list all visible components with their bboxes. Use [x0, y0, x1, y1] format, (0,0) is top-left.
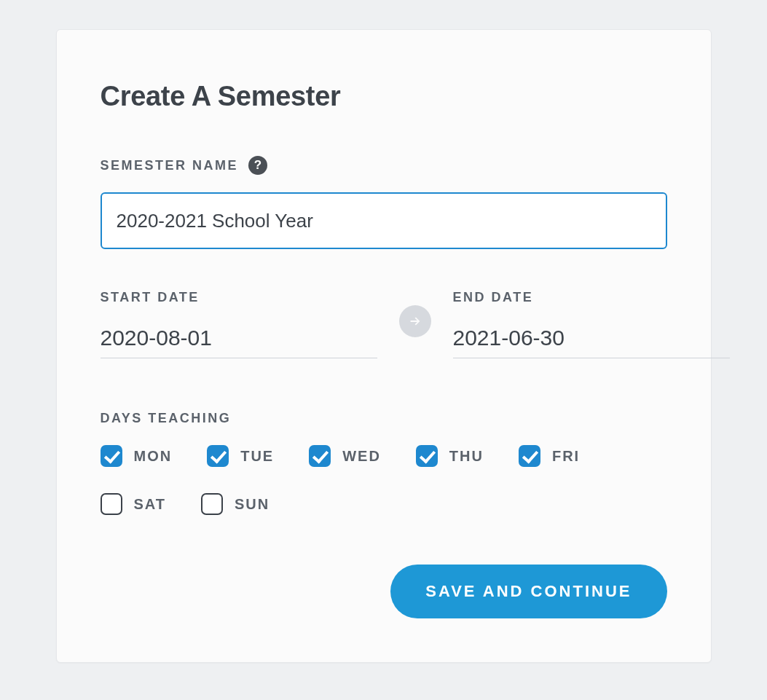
start-date-input[interactable]: [101, 305, 377, 358]
dates-row: START DATE END DATE: [101, 290, 667, 358]
end-date-field: END DATE: [453, 290, 730, 358]
checkbox-icon[interactable]: [416, 445, 438, 467]
semester-name-input[interactable]: [101, 192, 667, 249]
help-icon[interactable]: ?: [248, 156, 267, 175]
semester-name-label: SEMESTER NAME: [101, 158, 239, 173]
checkbox-icon[interactable]: [309, 445, 331, 467]
start-date-field: START DATE: [101, 290, 377, 358]
checkbox-icon[interactable]: [101, 445, 122, 467]
semester-name-field: SEMESTER NAME ?: [101, 156, 667, 249]
day-checkbox-mon[interactable]: MON: [101, 445, 173, 467]
day-checkbox-tue[interactable]: TUE: [207, 445, 274, 467]
days-teaching-section: DAYS TEACHING MONTUEWEDTHUFRISATSUN: [101, 411, 667, 515]
day-label: FRI: [552, 448, 580, 465]
day-label: WED: [342, 448, 381, 465]
day-checkbox-thu[interactable]: THU: [416, 445, 484, 467]
day-checkbox-sat[interactable]: SAT: [101, 493, 167, 515]
day-checkbox-wed[interactable]: WED: [309, 445, 381, 467]
day-label: MON: [134, 448, 173, 465]
day-label: THU: [449, 448, 484, 465]
page-title: Create A Semester: [101, 81, 667, 112]
actions-row: SAVE AND CONTINUE: [101, 565, 667, 618]
days-teaching-label: DAYS TEACHING: [101, 411, 232, 425]
checkbox-icon[interactable]: [519, 445, 540, 467]
arrow-right-icon: [399, 305, 431, 337]
checkbox-icon[interactable]: [101, 493, 122, 515]
day-checkbox-sun[interactable]: SUN: [201, 493, 270, 515]
save-and-continue-button[interactable]: SAVE AND CONTINUE: [390, 565, 666, 618]
day-label: SUN: [235, 496, 270, 513]
create-semester-card: Create A Semester SEMESTER NAME ? START …: [56, 29, 712, 663]
day-label: TUE: [240, 448, 274, 465]
checkbox-icon[interactable]: [201, 493, 223, 515]
end-date-input[interactable]: [453, 305, 730, 358]
end-date-label: END DATE: [453, 290, 730, 305]
checkbox-icon[interactable]: [207, 445, 229, 467]
day-label: SAT: [134, 496, 167, 513]
day-checkbox-fri[interactable]: FRI: [519, 445, 580, 467]
start-date-label: START DATE: [101, 290, 377, 305]
date-range-arrow: [399, 305, 431, 343]
